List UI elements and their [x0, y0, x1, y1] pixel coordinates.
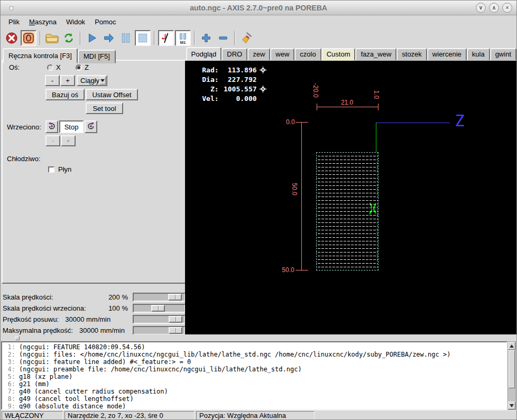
close-button[interactable]: × [502, 3, 512, 13]
touch-off-button[interactable]: Ustaw Offset [86, 89, 138, 100]
tab-wew[interactable]: wew [270, 48, 294, 61]
preview-canvas[interactable]: Rad:113.896 Dia:227.792 Z:1005.557 Vel:0… [185, 61, 516, 334]
window-menu-icon[interactable] [9, 6, 14, 11]
dro-readout: Rad:113.896 Dia:227.792 Z:1005.557 Vel:0… [201, 65, 266, 103]
main-area: Ręczna kontrola [F3] MDI [F5] Oś: X Z - … [1, 48, 516, 334]
gcode-line[interactable]: 9:g90 (absolute distance mode) [2, 403, 506, 410]
step-button[interactable] [101, 30, 117, 46]
m1-label: M1 [176, 41, 190, 45]
slider-handle[interactable] [169, 327, 182, 334]
reload-icon [62, 32, 75, 44]
tab-faza-wew[interactable]: faza_wew [355, 48, 396, 61]
max-velocity-value: 30000 mm/min [79, 326, 125, 334]
gcode-line[interactable]: 8:g49 (cancel tool lengthoffset) [2, 395, 506, 403]
dim-line-width [317, 107, 378, 107]
feed-override-label: Skala prędkości: [3, 293, 108, 301]
minimize-button[interactable]: ∨ [476, 3, 486, 13]
scroll-down-icon[interactable] [508, 402, 515, 409]
tab-czolo[interactable]: czolo [294, 48, 321, 61]
gcode-line[interactable]: 4:(ngcgui: preamble file: /home/cnc/linu… [2, 366, 506, 373]
open-file-button[interactable] [44, 30, 60, 46]
menu-plik[interactable]: Plik [4, 16, 24, 27]
optional-pause-button[interactable]: M1 [175, 30, 191, 46]
maximize-button[interactable]: ∧ [489, 3, 499, 13]
menu-pomoc[interactable]: Pomoc [90, 16, 121, 27]
stop-button[interactable] [135, 30, 151, 46]
tab-stozek[interactable]: stozek [396, 48, 427, 61]
spindle-override-label: Skala prędkości wrzeciona: [3, 304, 108, 312]
slider-handle[interactable] [168, 294, 182, 301]
clear-plot-button[interactable] [238, 30, 254, 46]
step-arrow-icon [103, 32, 115, 44]
set-tool-button[interactable]: Set tool [86, 102, 123, 114]
spindle-label: Wrzeciono: [7, 123, 41, 131]
plus-icon [200, 32, 212, 44]
gcode-scrollbar[interactable] [507, 341, 516, 410]
gcode-line[interactable]: 2:(ngcgui: files: </home/cnc/linuxcnc/ng… [2, 351, 506, 358]
spindle-ccw-icon [47, 122, 57, 133]
gcode-line[interactable]: 6:g21 (mm) [2, 380, 506, 388]
tab-custom[interactable]: Custom [321, 48, 356, 61]
tab-zew[interactable]: zew [247, 48, 270, 61]
machine-power-button[interactable] [21, 30, 36, 46]
dim-line-height [301, 122, 302, 270]
reload-button[interactable] [61, 30, 77, 46]
minus-icon [217, 32, 229, 44]
tab-dro[interactable]: DRO [221, 48, 247, 61]
zoom-in-button[interactable] [198, 30, 214, 46]
radio-indicator [47, 64, 53, 71]
title-bar: auto.ngc - AXIS 2.7.0~pre0 na POREBA ∨ ∧… [1, 1, 516, 15]
jog-plus-button[interactable]: + [60, 75, 75, 86]
gcode-line[interactable]: 5:g18 (xz plane) [2, 373, 506, 380]
menu-widok[interactable]: Widok [61, 16, 90, 27]
estop-icon [5, 32, 18, 44]
gcode-line[interactable]: 3:(ngcgui: feature line added) #<_featur… [2, 358, 506, 366]
toolpath-dashed-line [377, 152, 377, 270]
skip-lines-button[interactable] [158, 30, 174, 46]
jog-mode-select[interactable]: Ciągły [77, 75, 107, 86]
tab-podglad[interactable]: Podgląd [186, 47, 222, 61]
tab-mdi[interactable]: MDI [F5] [78, 50, 116, 63]
radio-axis-x[interactable]: X [47, 63, 61, 71]
jog-minus-button[interactable]: - [45, 75, 60, 86]
sash-grip[interactable] [15, 336, 20, 340]
machine-power-icon [22, 32, 35, 44]
scroll-up-icon[interactable] [508, 342, 515, 350]
manual-control-panel: Oś: X Z - + Ciągły Bazuj oś Ustaw Offset… [2, 60, 187, 284]
dim-tick [296, 270, 308, 270]
tab-gwint[interactable]: gwint [490, 48, 516, 61]
spindle-override-slider[interactable] [133, 304, 186, 313]
home-axis-button[interactable]: Bazuj oś [45, 89, 85, 100]
spindle-faster-button[interactable]: + [61, 135, 76, 146]
gcode-listing[interactable]: 1:(ngcgui: FEATURE 140820:09.54.56) 2:(n… [1, 341, 507, 410]
scrollbar-thumb[interactable] [509, 350, 515, 388]
run-button[interactable] [84, 30, 100, 46]
flood-checkbox[interactable]: Płyn [48, 165, 71, 173]
tab-wiercenie[interactable]: wiercenie [427, 48, 467, 61]
status-machine-state: WŁĄCZONY [2, 411, 63, 420]
menu-maszyna[interactable]: Maszyna [24, 16, 61, 27]
spindle-ccw-button[interactable] [45, 120, 58, 133]
spindle-slower-button[interactable]: - [45, 135, 60, 146]
slider-handle[interactable] [151, 305, 165, 312]
max-velocity-slider[interactable] [133, 326, 186, 335]
override-sliders: Skala prędkości:200 % Skala prędkości wr… [1, 292, 188, 336]
gcode-line[interactable]: 1:(ngcgui: FEATURE 140820:09.54.56) [2, 343, 506, 351]
spindle-cw-button[interactable] [85, 120, 97, 133]
pane-divider [1, 334, 516, 341]
gcode-line[interactable]: 7:g40 (cancel cutter radius compensation… [2, 388, 506, 395]
spindle-override-value: 100 % [108, 304, 133, 312]
feed-override-slider[interactable] [133, 293, 186, 302]
slider-handle[interactable] [169, 316, 182, 323]
tab-manual-control[interactable]: Ręczna kontrola [F3] [3, 48, 78, 63]
coolant-label: Chłodziwo: [7, 155, 41, 163]
radio-axis-z[interactable]: Z [76, 63, 89, 71]
spindle-stop-button[interactable]: Stop [59, 120, 84, 133]
tab-kula[interactable]: kula [467, 48, 490, 61]
status-tool-info: Narzędzie 2, zo 7, xo -23, śre 0 [64, 411, 195, 420]
estop-button[interactable] [4, 30, 20, 46]
pause-button[interactable] [118, 30, 134, 46]
homed-icon [260, 67, 266, 73]
jog-speed-slider[interactable] [133, 315, 186, 324]
zoom-out-button[interactable] [215, 30, 231, 46]
